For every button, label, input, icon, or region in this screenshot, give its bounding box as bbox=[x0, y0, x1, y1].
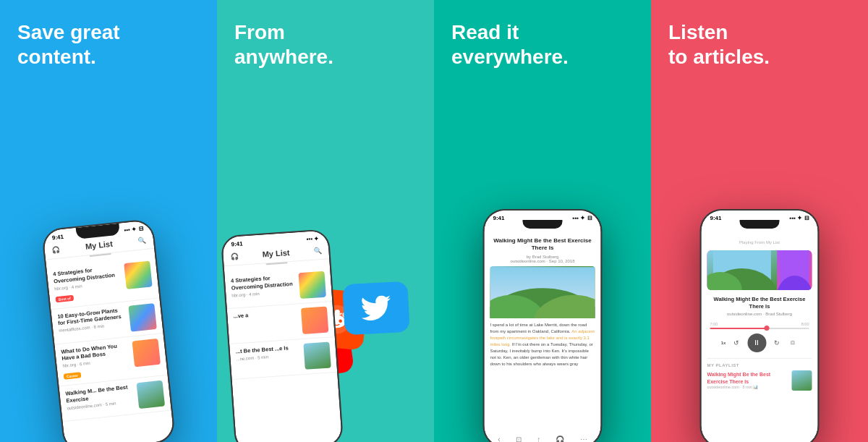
back-icon[interactable]: ‹ bbox=[498, 435, 500, 442]
more-icon[interactable]: ⋯ bbox=[580, 435, 587, 442]
save-title-line2: content. bbox=[17, 46, 96, 68]
tag-career: Career bbox=[64, 372, 82, 379]
time-4: 9:41 bbox=[710, 215, 722, 221]
audio-source: outsideonline.com · Brad Stulberg bbox=[707, 312, 812, 316]
from-title-line2: anywhere. bbox=[234, 46, 333, 68]
panel-save: Save great content. 9:41 ▪▪▪ ✦ ⊟ 🎧 My Li… bbox=[0, 0, 217, 442]
panel-read-title: Read it everywhere. bbox=[451, 20, 569, 69]
panel-read: Read it everywhere. 9:41 ▪▪▪ ✦ ⊟ Walking… bbox=[434, 0, 651, 442]
cover-side-img bbox=[777, 250, 812, 290]
share-icon[interactable]: ↑ bbox=[537, 435, 540, 442]
time-total: 8:00 bbox=[801, 322, 809, 326]
item-thumbnail bbox=[132, 338, 161, 367]
article-byline: by Brad Stulbergoutsideonline.com · Sep … bbox=[490, 255, 595, 263]
phone-screen-1: 9:41 ▪▪▪ ✦ ⊟ 🎧 My List 🔍 4 Strategies fo… bbox=[43, 220, 174, 442]
list-item-text: What to Do When You Have a Bad Boss hbr.… bbox=[61, 341, 131, 381]
article-title: Walking Might Be the Best Exercise There… bbox=[490, 237, 595, 252]
phone-mockup-4: 9:41 ▪▪▪ ✦ ⊟ Playing From My List bbox=[700, 209, 820, 442]
notch-4 bbox=[740, 220, 780, 229]
read-title-line1: Read it bbox=[451, 21, 519, 43]
time-current: 7:00 bbox=[710, 322, 718, 326]
progress-thumb bbox=[765, 326, 770, 331]
playlist-section: MY PLAYLIST Walking Might Be the Best Ex… bbox=[707, 358, 812, 391]
list-item-4[interactable]: ...t Be the Best ...e Is ...ne.com · 5 m… bbox=[229, 337, 337, 380]
progress-fill bbox=[710, 328, 770, 329]
signal-2: ▪▪▪ ✦ bbox=[306, 235, 319, 242]
pause-button[interactable]: ⏸ bbox=[747, 333, 766, 352]
phone-mockup-1: 9:41 ▪▪▪ ✦ ⊟ 🎧 My List 🔍 4 Strategies fo… bbox=[53, 224, 165, 442]
panel-listen: Listen to articles. 9:41 ▪▪▪ ✦ ⊟ Playing… bbox=[651, 0, 868, 442]
thumb-3 bbox=[301, 307, 328, 334]
panel-from-title: From anywhere. bbox=[234, 20, 333, 69]
list-item-text: Walking M... Be the Best Exercise outsid… bbox=[65, 383, 134, 410]
playlist-item-info: Walking Might Be the Best Exercise There… bbox=[707, 371, 788, 388]
search-icon[interactable]: 🔍 bbox=[138, 237, 147, 245]
progress-container: 7:00 8:00 bbox=[707, 322, 812, 329]
audio-controls: 1x ↺ ⏸ ↻ ⊡ bbox=[707, 333, 812, 352]
item-thumbnail bbox=[128, 303, 157, 332]
signal-4: ▪▪▪ ✦ ⊟ bbox=[790, 215, 809, 221]
list-title-2: My List bbox=[238, 247, 314, 260]
archive-icon[interactable]: ⊡ bbox=[516, 435, 522, 442]
time-display: 9:41 bbox=[51, 234, 64, 242]
read-title-line2: everywhere. bbox=[451, 46, 569, 68]
bars-icon: 📊 bbox=[753, 385, 758, 389]
forward-button[interactable]: ↻ bbox=[772, 338, 782, 348]
item-thumbnail bbox=[124, 260, 153, 289]
save-title-line1: Save great bbox=[17, 21, 120, 43]
time-3: 9:41 bbox=[493, 215, 505, 221]
item-thumbnail bbox=[137, 381, 166, 409]
list-item-text: 10 Easy-to-Grow Plants for First-Time Ga… bbox=[57, 306, 126, 333]
cover-main bbox=[707, 250, 778, 290]
thumb-4 bbox=[303, 341, 331, 369]
signal-3: ▪▪▪ ✦ ⊟ bbox=[573, 215, 592, 221]
signal-icons: ▪▪▪ ✦ ⊟ bbox=[124, 225, 144, 234]
from-title-line1: From bbox=[234, 21, 285, 43]
phone-frame-4: 9:41 ▪▪▪ ✦ ⊟ Playing From My List bbox=[700, 209, 820, 442]
article-image bbox=[490, 266, 595, 318]
highlighted-text: An adjacent footpath circumnavigates the… bbox=[490, 329, 595, 347]
audio-screen: Playing From My List bbox=[702, 231, 818, 442]
playlist-item[interactable]: Walking Might Be the Best Exercise There… bbox=[707, 370, 812, 391]
list-item-text: 4 Strategies for Overcoming Distraction … bbox=[53, 264, 123, 304]
phone-mockup-2: 9:41 ▪▪▪ ✦ 🎧 My List 🔍 4 Strategies for … bbox=[228, 232, 336, 442]
progress-bar[interactable] bbox=[710, 328, 809, 329]
playing-label: Playing From My List bbox=[707, 240, 812, 245]
archive-button[interactable]: ⊡ bbox=[788, 338, 798, 348]
speed-button[interactable]: 1x bbox=[721, 341, 726, 345]
progress-times: 7:00 8:00 bbox=[710, 322, 809, 326]
playlist-label: MY PLAYLIST bbox=[707, 363, 812, 367]
phone-frame: 9:41 ▪▪▪ ✦ 🎧 My List 🔍 4 Strategies for … bbox=[221, 229, 344, 442]
playlist-item-title: Walking Might Be the Best Exercise There… bbox=[707, 371, 788, 384]
listen-title-line1: Listen bbox=[668, 21, 728, 43]
article-body: I spend a lot of time at Lake Merritt, d… bbox=[490, 322, 595, 367]
search-icon-2[interactable]: 🔍 bbox=[313, 247, 322, 255]
thumb-2 bbox=[299, 271, 326, 299]
playlist-item-meta: outsideonline.com · 8 min 📊 bbox=[707, 385, 788, 389]
playlist-thumbnail bbox=[792, 370, 812, 391]
panel-from: From anywhere. 9:41 ▪▪▪ ✦ 🎧 My List 🔍 4 … bbox=[217, 0, 434, 442]
tag-best-of: Best of bbox=[55, 294, 74, 302]
headphones-icon-3[interactable]: 🎧 bbox=[556, 435, 564, 442]
audio-cover bbox=[707, 250, 812, 290]
headphones-icon-2: 🎧 bbox=[230, 252, 239, 260]
audio-title: Walking Might Be the Best Exercise There… bbox=[707, 296, 812, 310]
bottom-nav: ‹ ⊡ ↑ 🎧 ⋯ bbox=[485, 435, 601, 442]
listen-title-line2: to articles. bbox=[668, 46, 770, 68]
notch-3 bbox=[523, 220, 563, 229]
panel-listen-title: Listen to articles. bbox=[668, 20, 770, 69]
article-screen: Walking Might Be the Best Exercise There… bbox=[485, 231, 601, 442]
phone-mockup-3: 9:41 ▪▪▪ ✦ ⊟ Walking Might Be the Best E… bbox=[483, 209, 603, 442]
cover-landscape bbox=[707, 250, 778, 290]
panel-save-title: Save great content. bbox=[17, 20, 120, 69]
landscape-illustration bbox=[490, 266, 595, 318]
twitter-icon bbox=[360, 295, 392, 321]
rewind-button[interactable]: ↺ bbox=[731, 338, 741, 348]
time-2: 9:41 bbox=[231, 240, 243, 247]
phone-frame-3: 9:41 ▪▪▪ ✦ ⊟ Walking Might Be the Best E… bbox=[483, 209, 603, 442]
cover-side bbox=[777, 250, 812, 290]
twitter-card bbox=[342, 281, 410, 336]
